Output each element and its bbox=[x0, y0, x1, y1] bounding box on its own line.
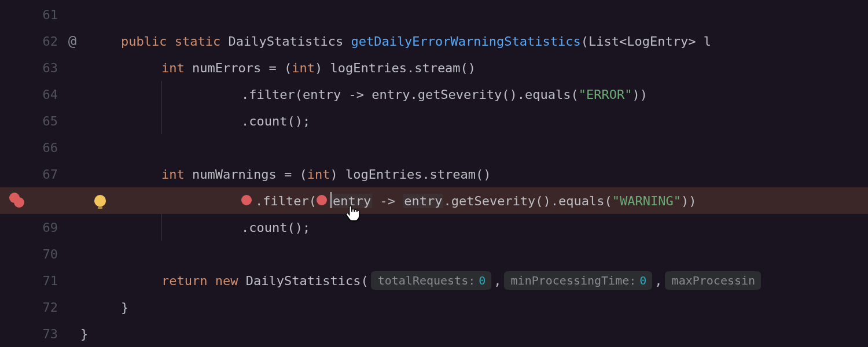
line-number: 73 bbox=[29, 327, 58, 341]
gutter: 69 bbox=[0, 214, 119, 241]
code-content[interactable]: .count(); bbox=[119, 108, 310, 134]
code-content[interactable]: .count(); bbox=[119, 214, 310, 241]
hint-value: 0 bbox=[479, 274, 486, 287]
brace: } bbox=[121, 300, 128, 315]
lightbulb-icon[interactable] bbox=[94, 195, 106, 206]
code-text: ) logEntries.stream() bbox=[330, 167, 491, 182]
type: DailyStatistics bbox=[228, 34, 343, 49]
code-content[interactable]: } bbox=[119, 294, 128, 320]
line-number: 69 bbox=[29, 220, 58, 235]
params: (List<LogEntry> l bbox=[581, 34, 711, 49]
code-content[interactable]: public static DailyStatistics getDailyEr… bbox=[119, 28, 711, 54]
gutter: 71 bbox=[0, 267, 119, 294]
inline-breakpoint-icon[interactable] bbox=[241, 195, 252, 205]
gutter: 64 bbox=[0, 81, 119, 108]
code-line[interactable]: 70 bbox=[0, 241, 868, 267]
line-number: 61 bbox=[29, 8, 58, 22]
punct: ( bbox=[361, 274, 368, 288]
gutter: 62 @ bbox=[0, 28, 119, 54]
code-text: .count(); bbox=[241, 220, 310, 235]
indent-guide bbox=[161, 108, 162, 134]
gutter: 66 bbox=[0, 134, 119, 161]
line-number: 72 bbox=[29, 300, 58, 315]
line-number: 67 bbox=[29, 167, 58, 182]
keyword: int bbox=[161, 61, 185, 75]
cast: int bbox=[292, 61, 315, 75]
cast: int bbox=[307, 167, 330, 182]
code-line[interactable]: 61 bbox=[0, 1, 868, 28]
indent-guide bbox=[161, 214, 162, 241]
code-text: .filter(entry -> entry.getSeverity().equ… bbox=[241, 87, 579, 102]
code-content[interactable] bbox=[119, 134, 121, 161]
inline-breakpoint-icon[interactable] bbox=[317, 195, 327, 205]
punct: = ( bbox=[261, 61, 292, 75]
code-text: .getSeverity().equals( bbox=[443, 194, 612, 208]
line-number: 62 bbox=[29, 34, 58, 49]
line-number: 64 bbox=[29, 87, 58, 102]
line-number: 63 bbox=[29, 61, 58, 75]
punct: , bbox=[494, 274, 501, 288]
line-number: 66 bbox=[29, 141, 58, 155]
keyword: public bbox=[121, 34, 167, 49]
code-text: -> bbox=[372, 194, 403, 208]
code-text: ) logEntries.stream() bbox=[315, 61, 476, 75]
hint-label: totalRequests: bbox=[378, 274, 476, 287]
identifier: numErrors bbox=[192, 61, 261, 75]
indent-guide bbox=[161, 81, 162, 108]
keyword: int bbox=[161, 167, 185, 182]
code-line[interactable]: 64 .filter(entry -> entry.getSeverity().… bbox=[0, 81, 868, 108]
identifier: numWarnings bbox=[192, 167, 277, 182]
code-line-active[interactable]: .filter( entry -> entry .getSeverity().e… bbox=[0, 187, 868, 214]
code-content[interactable] bbox=[119, 241, 121, 267]
parameter-hint: minProcessingTime: 0 bbox=[504, 271, 653, 290]
method-name: getDailyErrorWarningStatistics bbox=[351, 34, 580, 49]
line-number: 71 bbox=[29, 274, 58, 288]
code-content[interactable]: } bbox=[119, 320, 121, 347]
keyword: new bbox=[215, 274, 238, 288]
code-line[interactable]: 65 .count(); bbox=[0, 108, 868, 134]
string-literal: "ERROR" bbox=[579, 87, 632, 102]
hint-label: minProcessingTime: bbox=[511, 274, 637, 287]
code-text: .count(); bbox=[241, 114, 310, 128]
override-marker-icon[interactable]: @ bbox=[68, 33, 76, 49]
parameter-hint: totalRequests: 0 bbox=[371, 271, 492, 290]
lambda-param: entry bbox=[403, 194, 443, 208]
gutter: 70 bbox=[0, 241, 119, 267]
hint-value: 0 bbox=[639, 274, 646, 287]
punct: )) bbox=[632, 87, 648, 102]
keyword: return bbox=[161, 274, 207, 288]
gutter: 72 bbox=[0, 294, 119, 320]
gutter: 65 bbox=[0, 108, 119, 134]
line-number: 70 bbox=[29, 247, 58, 261]
code-content[interactable]: return new DailyStatistics ( totalReques… bbox=[119, 267, 763, 294]
code-line[interactable]: 63 int numErrors = ( int ) logEntries.st… bbox=[0, 54, 868, 81]
hint-label: maxProcessin bbox=[672, 274, 756, 287]
punct: , bbox=[654, 274, 662, 288]
punct: )) bbox=[681, 194, 697, 208]
code-line[interactable]: 72 } bbox=[0, 294, 868, 320]
code-line[interactable]: 62 @ public static DailyStatistics getDa… bbox=[0, 28, 868, 54]
code-content[interactable]: .filter(entry -> entry.getSeverity().equ… bbox=[119, 81, 648, 108]
code-line[interactable]: 66 bbox=[0, 134, 868, 161]
string-literal: "WARNING" bbox=[612, 194, 681, 208]
breakpoint-lambda-icon[interactable] bbox=[9, 193, 25, 209]
gutter: 67 bbox=[0, 161, 119, 187]
code-line[interactable]: 69 .count(); bbox=[0, 214, 868, 241]
brace: } bbox=[80, 327, 88, 341]
gutter: 73 bbox=[0, 320, 119, 347]
code-line[interactable]: 67 int numWarnings = ( int ) logEntries.… bbox=[0, 161, 868, 187]
code-content[interactable]: int numErrors = ( int ) logEntries.strea… bbox=[119, 54, 476, 81]
code-content[interactable] bbox=[119, 1, 121, 28]
code-line[interactable]: 73 } bbox=[0, 320, 868, 347]
code-content[interactable]: int numWarnings = ( int ) logEntries.str… bbox=[119, 161, 491, 187]
code-line[interactable]: 71 return new DailyStatistics ( totalReq… bbox=[0, 267, 868, 294]
code-content[interactable]: .filter( entry -> entry .getSeverity().e… bbox=[119, 187, 697, 214]
code-text: .filter( bbox=[255, 194, 317, 208]
line-number: 65 bbox=[29, 114, 58, 128]
type: DailyStatistics bbox=[246, 274, 361, 288]
punct: = ( bbox=[277, 167, 307, 182]
gutter: 63 bbox=[0, 54, 119, 81]
code-editor[interactable]: 61 62 @ public static DailyStatistics ge… bbox=[0, 0, 868, 347]
gutter bbox=[0, 187, 119, 214]
keyword: static bbox=[175, 34, 220, 49]
